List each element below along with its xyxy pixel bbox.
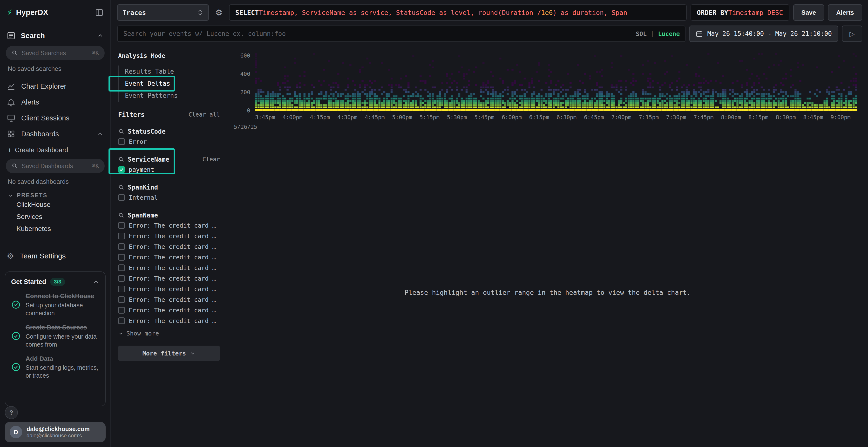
filter-option-label: Error: The credit card … — [129, 222, 216, 229]
sidebar-item-label: Alerts — [21, 98, 39, 106]
save-button[interactable]: Save — [793, 4, 824, 21]
checkbox-unchecked[interactable] — [118, 194, 125, 201]
app-title: HyperDX — [16, 8, 48, 17]
get-started-header[interactable]: Get Started 3/3 — [11, 278, 99, 286]
time-range-picker[interactable]: May 26 15:40:00 - May 26 21:10:00 — [689, 26, 838, 42]
run-query-button[interactable]: ▷ — [842, 26, 862, 42]
checkbox-unchecked[interactable] — [118, 265, 125, 271]
search-icon[interactable] — [118, 184, 124, 191]
search-icon[interactable] — [118, 128, 124, 135]
filter-option-label: Error: The credit card … — [129, 275, 216, 282]
clear-all-filters-button[interactable]: Clear all — [189, 111, 220, 118]
mode-results-table[interactable]: Results Table — [119, 66, 220, 77]
search-input[interactable] — [117, 26, 685, 42]
checkbox-unchecked[interactable] — [118, 243, 125, 250]
duration-heatmap: 600 400 200 0 3:45pm4:00pm4:15pm4:30pm4:… — [232, 51, 858, 138]
gear-icon: ⚙ — [215, 8, 222, 16]
search-icon — [11, 50, 18, 56]
sql-number: 1e6 — [541, 9, 553, 16]
x-axis-tick: 6:45pm — [584, 114, 604, 121]
app-window: ⚡ HyperDX Search Saved Searches ⌘K — [0, 0, 868, 447]
filter-option-spanname[interactable]: Error: The credit card … — [118, 315, 220, 326]
monitor-icon — [7, 114, 16, 122]
filter-group-header: SpanKind — [118, 182, 220, 192]
sidebar-item-client-sessions[interactable]: Client Sessions — [0, 110, 111, 126]
preset-services[interactable]: Services — [0, 211, 111, 223]
alerts-button[interactable]: Alerts — [828, 4, 862, 21]
filter-option-spanname[interactable]: Error: The credit card … — [118, 241, 220, 252]
saved-searches-input[interactable]: Saved Searches ⌘K — [6, 46, 105, 60]
checkbox-unchecked[interactable] — [118, 275, 125, 282]
x-axis-tick: 5:30pm — [447, 114, 467, 121]
search-icon[interactable] — [118, 212, 124, 218]
sidebar-item-dashboards[interactable]: Dashboards — [0, 126, 111, 142]
filter-option-spanname[interactable]: Error: The credit card … — [118, 305, 220, 315]
empty-state-message: Please highlight an outlier range in the… — [405, 289, 691, 296]
sidebar-item-search[interactable]: Search — [0, 27, 111, 44]
filter-option-error[interactable]: Error — [118, 136, 220, 147]
checkbox-unchecked[interactable] — [118, 307, 125, 314]
sql-mode-button[interactable]: SQL — [636, 30, 647, 37]
heatmap-canvas[interactable] — [255, 53, 858, 111]
analysis-mode-list: Results Table Event Deltas Event Pattern… — [118, 66, 220, 102]
checkbox-unchecked[interactable] — [118, 254, 125, 261]
spanname-options: Error: The credit card … Error: The cred… — [118, 220, 220, 326]
preset-kubernetes[interactable]: Kubernetes — [0, 223, 111, 235]
x-axis-tick: 8:45pm — [803, 114, 823, 121]
help-button[interactable]: ? — [5, 406, 18, 419]
query-toolbar: Traces ⚙ SELECT Timestamp, ServiceName a… — [112, 0, 868, 23]
filter-option-spanname[interactable]: Error: The credit card … — [118, 273, 220, 284]
filter-option-spanname[interactable]: Error: The credit card … — [118, 294, 220, 305]
sql-select-editor[interactable]: SELECT Timestamp, ServiceName as service… — [229, 4, 687, 21]
shortcut-badge: ⌘K — [92, 50, 99, 56]
mode-event-deltas[interactable]: Event Deltas — [119, 77, 220, 90]
source-select[interactable]: Traces — [117, 4, 209, 21]
checkbox-checked[interactable] — [118, 166, 125, 173]
clear-servicename-button[interactable]: Clear — [203, 156, 220, 163]
chart-area: 600 400 200 0 3:45pm4:00pm4:15pm4:30pm4:… — [227, 46, 868, 447]
get-started-progress-badge: 3/3 — [50, 278, 65, 286]
filter-option-spanname[interactable]: Error: The credit card … — [118, 263, 220, 273]
lucene-mode-button[interactable]: Lucene — [658, 30, 680, 37]
filter-option-spanname[interactable]: Error: The credit card … — [118, 252, 220, 263]
get-started-item[interactable]: Create Data Sources Configure where your… — [11, 323, 99, 348]
search-icon[interactable] — [118, 156, 124, 163]
hyperdx-logo-icon: ⚡ — [7, 9, 12, 16]
show-more-button[interactable]: Show more — [118, 330, 220, 337]
get-started-item[interactable]: Add Data Start sending logs, metrics, or… — [11, 355, 99, 380]
mode-event-patterns[interactable]: Event Patterns — [119, 90, 220, 102]
get-started-title: Get Started — [11, 278, 46, 286]
more-filters-button[interactable]: More filters — [118, 346, 220, 361]
get-started-item[interactable]: Connect to ClickHouse Set up your databa… — [11, 292, 99, 317]
y-axis-tick: 400 — [232, 71, 250, 77]
check-circle-icon — [11, 362, 21, 372]
checkbox-unchecked[interactable] — [118, 233, 125, 239]
checkbox-unchecked[interactable] — [118, 138, 125, 145]
checkbox-unchecked[interactable] — [118, 317, 125, 324]
presets-toggle[interactable]: PRESETS — [0, 185, 111, 199]
checkbox-unchecked[interactable] — [118, 286, 125, 293]
sidebar-item-team-settings[interactable]: ⚙ Team Settings — [0, 247, 111, 265]
checkbox-unchecked[interactable] — [118, 222, 125, 229]
sidebar-item-label: Dashboards — [21, 130, 59, 138]
x-axis-tick: 8:30pm — [776, 114, 796, 121]
filter-option-payment[interactable]: payment — [118, 164, 220, 175]
order-by-editor[interactable]: ORDER BY Timestamp DESC — [690, 4, 789, 21]
sidebar-item-chart-explorer[interactable]: Chart Explorer — [0, 78, 111, 94]
filter-option-spanname[interactable]: Error: The credit card … — [118, 284, 220, 294]
filter-option-spanname[interactable]: Error: The credit card … — [118, 231, 220, 241]
collapse-sidebar-icon[interactable] — [95, 8, 104, 17]
preset-clickhouse[interactable]: ClickHouse — [0, 199, 111, 211]
filter-option-label: Error: The credit card … — [129, 307, 216, 314]
source-settings-button[interactable]: ⚙ — [213, 8, 225, 16]
create-dashboard-button[interactable]: + Create Dashboard — [0, 143, 111, 157]
checkbox-unchecked[interactable] — [118, 296, 125, 303]
saved-dashboards-input[interactable]: Saved Dashboards ⌘K — [6, 159, 105, 173]
user-menu[interactable]: D dale@clickhouse.com dale@clickhouse.co… — [5, 422, 105, 442]
filters-panel: Analysis Mode Results Table Event Deltas… — [112, 46, 227, 447]
filter-option-spanname[interactable]: Error: The credit card … — [118, 220, 220, 231]
filter-option-internal[interactable]: Internal — [118, 192, 220, 203]
x-axis-tick: 7:45pm — [694, 114, 714, 121]
filter-group-header: SpanName — [118, 210, 220, 220]
sidebar-item-alerts[interactable]: Alerts — [0, 94, 111, 110]
